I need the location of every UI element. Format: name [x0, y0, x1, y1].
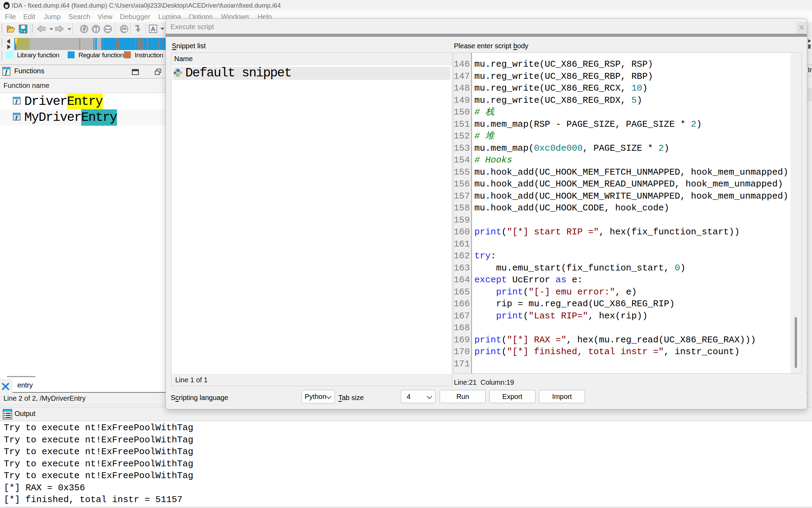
svg-text:A: A	[151, 25, 155, 33]
svg-text:#: #	[83, 26, 86, 32]
svg-text:T: T	[94, 26, 98, 32]
svg-text:010: 010	[105, 28, 111, 31]
